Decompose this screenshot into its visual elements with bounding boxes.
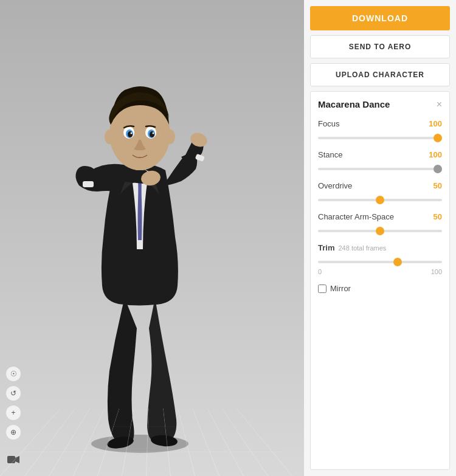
trim-sub-label: 248 total frames bbox=[338, 244, 386, 252]
svg-point-2 bbox=[150, 434, 178, 447]
svg-point-0 bbox=[91, 435, 188, 453]
trim-range-max: 100 bbox=[431, 268, 442, 275]
card-header: Macarena Dance × bbox=[318, 99, 442, 109]
settings-icon[interactable]: ⊕ bbox=[6, 425, 21, 440]
arm-space-label: Character Arm-Space bbox=[318, 212, 394, 221]
trim-label: Trim bbox=[318, 243, 334, 252]
stance-label: Stance bbox=[318, 150, 342, 159]
mirror-row: Mirror bbox=[318, 284, 442, 293]
focus-value: 100 bbox=[429, 119, 442, 128]
card-title: Macarena Dance bbox=[318, 99, 390, 109]
close-button[interactable]: × bbox=[437, 100, 442, 109]
svg-point-16 bbox=[153, 133, 154, 134]
overdrive-label: Overdrive bbox=[318, 181, 352, 190]
overdrive-slider[interactable] bbox=[318, 199, 442, 201]
trim-range-min: 0 bbox=[318, 268, 322, 275]
3d-viewport[interactable]: ☉ ↺ + ⊕ bbox=[0, 0, 304, 476]
svg-point-15 bbox=[131, 133, 133, 134]
svg-point-14 bbox=[150, 131, 154, 137]
upload-character-button[interactable]: UPLOAD CHARACTER bbox=[310, 63, 450, 86]
download-button[interactable]: DOWNLOAD bbox=[310, 6, 450, 30]
send-to-aero-button[interactable]: SEND TO AERO bbox=[310, 35, 450, 58]
stance-slider[interactable] bbox=[318, 168, 442, 170]
character-figure bbox=[36, 18, 243, 456]
mirror-label[interactable]: Mirror bbox=[330, 284, 351, 293]
trim-slider-row: Trim 248 total frames 0 100 bbox=[318, 243, 442, 275]
left-toolbar: ☉ ↺ + ⊕ bbox=[6, 367, 21, 440]
svg-point-18 bbox=[165, 129, 175, 144]
right-panel: DOWNLOAD SEND TO AERO UPLOAD CHARACTER M… bbox=[304, 0, 456, 476]
overdrive-slider-row: Overdrive 50 bbox=[318, 181, 442, 204]
overdrive-value: 50 bbox=[434, 181, 442, 190]
animation-card: Macarena Dance × Focus 100 Stance 100 Ov… bbox=[310, 91, 450, 470]
arm-space-slider[interactable] bbox=[318, 230, 442, 232]
video-icon[interactable] bbox=[6, 452, 21, 467]
svg-point-1 bbox=[106, 435, 134, 450]
focus-slider-row: Focus 100 bbox=[318, 119, 442, 142]
focus-slider[interactable] bbox=[318, 137, 442, 139]
arm-space-slider-row: Character Arm-Space 50 bbox=[318, 212, 442, 235]
svg-point-17 bbox=[105, 129, 114, 144]
trim-slider[interactable] bbox=[318, 261, 442, 263]
svg-rect-5 bbox=[83, 181, 94, 187]
arm-space-value: 50 bbox=[434, 212, 442, 221]
add-icon[interactable]: + bbox=[6, 405, 21, 420]
stance-slider-row: Stance 100 bbox=[318, 150, 442, 173]
svg-marker-20 bbox=[15, 456, 19, 463]
undo-icon[interactable]: ↺ bbox=[6, 386, 21, 401]
mirror-checkbox[interactable] bbox=[318, 285, 326, 293]
svg-rect-19 bbox=[7, 456, 15, 463]
focus-label: Focus bbox=[318, 119, 339, 128]
stance-value: 100 bbox=[429, 150, 442, 159]
reset-icon[interactable]: ☉ bbox=[6, 367, 21, 381]
svg-point-13 bbox=[128, 131, 133, 137]
